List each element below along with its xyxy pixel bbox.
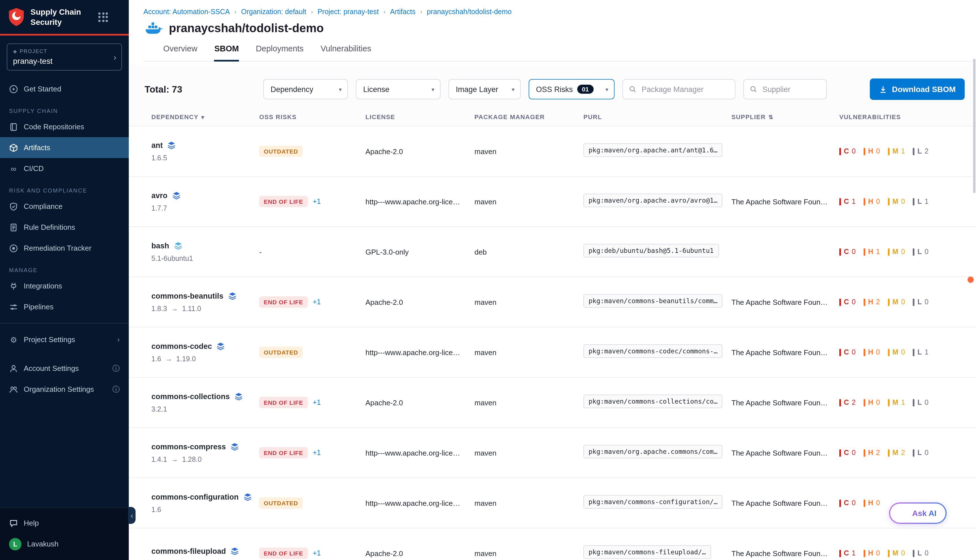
dependency-name: commons-codec [151, 342, 212, 350]
dropdown-label: Dependency [270, 85, 314, 93]
low-count: L2 [913, 147, 929, 155]
purl-value[interactable]: pkg:maven/org.apache.avro/avro@1… [584, 193, 723, 207]
info-icon[interactable]: ⓘ [112, 363, 120, 374]
dependency-new-version: 1.28.0 [182, 455, 202, 463]
low-count: L0 [913, 449, 929, 457]
table-row[interactable]: commons-collections 3.2.1→ END OF LIFE+1… [129, 378, 976, 428]
table-row[interactable]: commons-codec 1.6→1.19.0 OUTDATED http--… [129, 327, 976, 378]
supplier-cell: The Apache Software Foun… [731, 197, 836, 206]
ask-ai-button[interactable]: Ask AI [889, 502, 947, 524]
oss-risk-more-link[interactable]: +1 [313, 298, 321, 306]
dependency-version: 1.8.3 [151, 305, 167, 312]
download-sbom-button[interactable]: Download SBOM [870, 78, 965, 100]
supplier-input[interactable] [761, 84, 821, 94]
package-manager-input[interactable] [641, 84, 729, 94]
breadcrumb-artifacts[interactable]: Artifacts [390, 8, 415, 16]
apps-grid-icon[interactable] [98, 12, 108, 22]
vertical-scrollbar-thumb[interactable] [973, 59, 976, 193]
sidebar-item-help[interactable]: Help [0, 513, 129, 533]
table-row[interactable]: commons-configuration 1.6→ OUTDATED http… [129, 478, 976, 528]
high-count: H0 [864, 499, 880, 507]
sidebar-item-project-settings[interactable]: ⚙ Project Settings › [0, 329, 129, 350]
table-row[interactable]: avro 1.7.7→ END OF LIFE+1 http---www.apa… [129, 177, 976, 227]
breadcrumb-account[interactable]: Account: Automation-SSCA [143, 8, 230, 16]
table-row[interactable]: bash 5.1-6ubuntu1→ - GPL-3.0-only deb pk… [129, 227, 976, 277]
column-header-vulnerabilities: VULNERABILITIES [839, 113, 963, 120]
sidebar-item-account-settings[interactable]: Account Settings ⓘ [0, 358, 129, 379]
package-manager-cell: maven [474, 298, 584, 306]
medium-count: M0 [888, 198, 905, 205]
document-icon [9, 223, 18, 232]
sidebar-item-label: Compliance [24, 202, 62, 211]
tab-sbom[interactable]: SBOM [214, 44, 239, 62]
sidebar-item-integrations[interactable]: Integrations [0, 276, 129, 297]
gear-icon: ⚙ [9, 335, 18, 344]
sidebar-item-label: Project Settings [24, 336, 75, 344]
sidebar-item-cicd[interactable]: ∞ CI/CD [0, 158, 129, 179]
app-window: Supply Chain Security ◈ PROJECT pranay-t… [0, 0, 976, 560]
docker-whale-icon [146, 22, 163, 35]
dependency-name: ant [151, 141, 163, 149]
low-count: L0 [913, 549, 929, 557]
table-row[interactable]: commons-fileupload END OF LIFE+1 Apache-… [129, 528, 976, 560]
table-row[interactable]: commons-compress 1.4.1→1.28.0 END OF LIF… [129, 428, 976, 478]
breadcrumb-project[interactable]: Project: pranay-test [317, 8, 379, 16]
sidebar-item-organization-settings[interactable]: Organization Settings ⓘ [0, 379, 129, 400]
nav-section-title: RISK AND COMPLIANCE [9, 188, 120, 194]
breadcrumb-current[interactable]: pranaycshah/todolist-demo [427, 8, 512, 16]
table-row[interactable]: commons-beanutils 1.8.3→1.11.0 END OF LI… [129, 277, 976, 327]
sidebar-item-label: Code Repositories [24, 123, 84, 131]
project-selector[interactable]: ◈ PROJECT pranay-test › [7, 44, 122, 71]
high-count: H0 [864, 198, 880, 205]
layers-icon [234, 392, 243, 400]
layers-icon [172, 191, 180, 200]
dependency-version: 1.6 [151, 355, 161, 363]
purl-value[interactable]: pkg:maven/commons-codec/commons-… [584, 344, 723, 358]
oss-risk-more-link[interactable]: +1 [313, 449, 321, 457]
sidebar-item-artifacts[interactable]: Artifacts [0, 137, 129, 158]
purl-value[interactable]: pkg:maven/commons-fileupload/… [584, 545, 711, 559]
sidebar-item-remediation-tracker[interactable]: Remediation Tracker [0, 238, 129, 259]
tab-vulnerabilities[interactable]: Vulnerabilities [320, 44, 371, 61]
oss-risk-more-link[interactable]: +1 [313, 198, 321, 205]
edge-marker-dot [968, 277, 974, 283]
image-layer-filter-dropdown[interactable]: Image Layer ▾ [449, 79, 521, 99]
purl-value[interactable]: pkg:maven/org.apache.commons/com… [584, 445, 723, 458]
license-filter-dropdown[interactable]: License ▾ [356, 79, 440, 99]
purl-value[interactable]: pkg:maven/org.apache.ant/ant@1.6… [584, 143, 723, 157]
oss-risk-badge: END OF LIFE [259, 548, 307, 559]
purl-value[interactable]: pkg:deb/ubuntu/bash@5.1-6ubuntu1 [584, 244, 719, 257]
sidebar-collapse-handle[interactable]: ‹ [128, 507, 135, 524]
license-cell: Apache-2.0 [365, 147, 474, 155]
tab-overview[interactable]: Overview [163, 44, 197, 61]
purl-value[interactable]: pkg:maven/commons-collections/co… [584, 395, 723, 408]
oss-risk-more-link[interactable]: +1 [313, 398, 321, 407]
oss-risk-more-link[interactable]: +1 [313, 549, 321, 557]
sidebar-item-get-started[interactable]: Get Started [0, 79, 129, 100]
critical-count: C0 [839, 449, 856, 457]
ask-ai-label: Ask AI [912, 508, 936, 518]
arrow-right-icon: → [171, 455, 178, 463]
sidebar-item-compliance[interactable]: Compliance [0, 196, 129, 217]
sliders-icon [9, 303, 18, 312]
sidebar-item-rule-definitions[interactable]: Rule Definitions [0, 217, 129, 238]
column-header-dependency[interactable]: DEPENDENCY▾ [151, 113, 259, 120]
plug-icon [9, 282, 18, 291]
column-header-supplier[interactable]: SUPPLIER⇅ [731, 113, 839, 120]
oss-risk-badge: OUTDATED [259, 497, 303, 508]
purl-value[interactable]: pkg:maven/commons-configuration/… [584, 495, 723, 508]
breadcrumb-organization[interactable]: Organization: default [241, 8, 306, 16]
info-icon[interactable]: ⓘ [112, 385, 120, 395]
table-row[interactable]: ant 1.6.5→ OUTDATED Apache-2.0 maven pkg… [129, 127, 976, 177]
oss-risk-badge: - [259, 248, 262, 256]
sidebar-item-pipelines[interactable]: Pipelines [0, 297, 129, 318]
supplier-cell: The Apache Software Foun… [731, 298, 836, 306]
tab-deployments[interactable]: Deployments [256, 44, 304, 61]
oss-risks-filter-dropdown[interactable]: OSS Risks 01 ▾ [529, 79, 614, 99]
user-menu[interactable]: L Lavakush [0, 533, 129, 554]
sidebar-item-code-repositories[interactable]: Code Repositories [0, 117, 129, 137]
page-header: Account: Automation-SSCA › Organization:… [129, 0, 976, 62]
sidebar-item-label: Rule Definitions [24, 223, 75, 232]
dependency-filter-dropdown[interactable]: Dependency ▾ [263, 79, 348, 99]
purl-value[interactable]: pkg:maven/commons-beanutils/comm… [584, 294, 723, 308]
